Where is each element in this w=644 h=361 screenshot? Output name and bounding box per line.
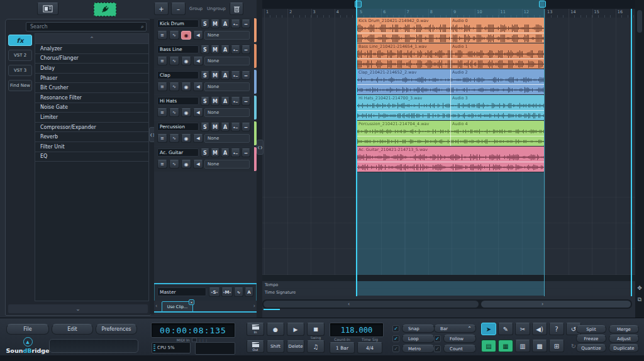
lanes-button[interactable]: •‒	[231, 19, 240, 28]
audio-clip[interactable]: Bass Line_210421-214654_1.wav Audio 1	[357, 43, 544, 69]
piano-roll-button[interactable]: ▤	[481, 340, 496, 352]
audio-clip[interactable]: Kick Drum_210421-214942_0.wav Audio 0	[357, 18, 544, 43]
panel-divider-right[interactable]	[257, 0, 262, 318]
collapse-button[interactable]: ‒	[242, 148, 250, 157]
track-header[interactable]: Kick Drum S M A •‒ ‒ ≡ ∿ ◉ ◀ None	[154, 18, 257, 43]
record-arm-button[interactable]: ◉	[181, 108, 191, 117]
monitor-icon[interactable]: ◀	[193, 160, 203, 169]
toggle-label[interactable]: Follow	[443, 335, 476, 343]
plugin-list-item[interactable]: Phaser	[35, 74, 148, 84]
mixer-button[interactable]: ▥	[515, 340, 530, 352]
arrangement-track-row[interactable]: Bass Line_210421-214654_1.wav Audio 1	[262, 43, 635, 69]
input-selector[interactable]: None	[204, 134, 250, 143]
record-arm-button[interactable]: ◉	[181, 82, 191, 91]
plugin-list-item[interactable]: Compressor/Expander	[35, 123, 148, 133]
browser-tab[interactable]: fx	[8, 35, 32, 46]
audition-tool[interactable]: ◀)	[532, 323, 547, 335]
quantize-button[interactable]: Quantize	[576, 344, 606, 352]
arrangement-track-row[interactable]: Kick Drum_210421-214942_0.wav Audio 0	[262, 18, 635, 43]
arrangement-track-row[interactable]: Hi Hats_210421-214700_3.wav Audio 3	[262, 95, 635, 120]
merge-button[interactable]: Merge	[609, 325, 639, 333]
duplicate-button[interactable]: Duplicate	[609, 344, 639, 352]
plugin-list-item[interactable]: Bit Crusher	[35, 83, 148, 93]
copy-view-icon[interactable]: ⧉	[636, 296, 643, 303]
lanes-button[interactable]: •‒	[231, 123, 240, 131]
solo-button[interactable]: S	[201, 45, 209, 54]
clip-tab-scroll-right[interactable]: ›	[253, 303, 255, 309]
horizontal-scrollbar[interactable]: ‹ ›	[262, 299, 632, 309]
loop-end-marker[interactable]	[539, 1, 546, 8]
master-mute-button[interactable]: -M-	[221, 287, 233, 297]
plugin-list-item[interactable]: Filter Unit	[35, 142, 148, 152]
tempo-display[interactable]: 118.000	[330, 323, 384, 337]
arrangement-track-row[interactable]: Clap_210421-214652_2.wav Audio 2	[262, 69, 635, 94]
mute-button[interactable]: M	[211, 97, 219, 106]
master-track-header[interactable]: Master -S- -M- ∿ A	[154, 283, 257, 301]
automation-button[interactable]: A	[221, 123, 230, 131]
input-selector[interactable]: None	[204, 82, 250, 91]
punch-out-button[interactable]: Out	[247, 340, 264, 353]
move-tool-icon[interactable]: ✥	[636, 284, 643, 292]
toggle-checkbox[interactable]: ✓	[434, 345, 441, 352]
track-header[interactable]: Bass Line S M A •‒ ‒ ≡ ∿ ◉ ◀ None	[154, 43, 257, 69]
record-button[interactable]: ●	[267, 323, 284, 336]
automation-button[interactable]: A	[221, 45, 230, 54]
lanes-button[interactable]: •‒	[231, 148, 240, 157]
collapse-button[interactable]: ‒	[242, 45, 250, 54]
mute-button[interactable]: M	[211, 45, 219, 54]
toggle-label[interactable]: Snap	[402, 325, 435, 333]
plugin-browser-button[interactable]	[94, 3, 116, 16]
track-header[interactable]: Ac. Guitar S M A •‒ ‒ ≡ ∿ ◉ ◀ None	[154, 147, 257, 172]
master-name-field[interactable]: Master	[157, 287, 206, 296]
mute-button[interactable]: M	[211, 19, 219, 28]
automation-curve-icon[interactable]: ∿	[169, 160, 179, 169]
mute-button[interactable]: M	[211, 71, 219, 80]
mute-button[interactable]: M	[211, 123, 219, 131]
track-header[interactable]: Hi Hats S M A •‒ ‒ ≡ ∿ ◉ ◀ None	[154, 95, 257, 120]
toggle-checkbox[interactable]: ✓	[392, 345, 399, 352]
add-track-button[interactable]: +	[154, 3, 169, 15]
group-button[interactable]: Group	[189, 6, 203, 11]
track-name-field[interactable]: Kick Drum	[157, 19, 199, 28]
list-scroll-down[interactable]: ⌄	[8, 304, 148, 313]
ungroup-button[interactable]: Ungroup	[207, 6, 226, 11]
midi-routing-icon[interactable]: ≡	[157, 108, 167, 117]
input-selector[interactable]: None	[204, 160, 250, 169]
automation-curve-icon[interactable]: ∿	[169, 108, 179, 117]
edit-menu-button[interactable]: Edit	[52, 324, 93, 335]
toggle-checkbox[interactable]: ✓	[392, 335, 399, 342]
track-name-field[interactable]: Clap	[157, 71, 199, 79]
clip-tab-scroll-left[interactable]: ‹	[155, 303, 157, 309]
track-header[interactable]: Clap S M A •‒ ‒ ≡ ∿ ◉ ◀ None	[154, 69, 257, 94]
automation-button[interactable]: A	[221, 19, 230, 28]
plugin-list-item[interactable]: Analyzer	[35, 44, 148, 54]
play-button[interactable]: ▶	[287, 323, 304, 336]
record-arm-button[interactable]: ◉	[181, 31, 191, 40]
collapse-button[interactable]: ‒	[242, 97, 250, 106]
automation-curve-icon[interactable]: ∿	[169, 82, 179, 91]
midi-routing-icon[interactable]: ≡	[157, 57, 167, 65]
plugin-list-item[interactable]: Limiter	[35, 113, 148, 123]
record-arm-button[interactable]: ◉	[181, 160, 191, 169]
delete-button[interactable]: Delete	[287, 340, 304, 353]
cursor-tool[interactable]: ➤	[481, 323, 496, 335]
bar-mode-dropdown[interactable]: Bar ⌃	[434, 325, 476, 333]
solo-button[interactable]: S	[201, 97, 209, 106]
lanes-button[interactable]: •‒	[231, 71, 240, 80]
keyboard-button[interactable]: ▩	[532, 340, 547, 352]
audio-clip[interactable]: Ac. Guitar_210421-214713_5.wav	[357, 147, 544, 172]
time-sig-value[interactable]: 4/4	[357, 342, 382, 353]
plugin-list-item[interactable]: Delay	[35, 64, 148, 74]
plugin-list-item[interactable]: Chorus/Flanger	[35, 54, 148, 64]
freeze-button[interactable]: Freeze	[576, 335, 606, 343]
time-display[interactable]: 00:00:08:135	[151, 323, 235, 338]
list-scroll-up[interactable]: ⌃	[35, 34, 148, 44]
remove-track-button[interactable]: –	[171, 3, 186, 15]
scissors-tool[interactable]: ✂	[515, 323, 530, 335]
swing-button[interactable]: ♫	[307, 340, 325, 353]
monitor-icon[interactable]: ◀	[193, 108, 203, 117]
input-selector[interactable]: None	[204, 57, 250, 65]
audio-clip[interactable]: Percussion_210421-214704_4.wav Audio 4	[357, 121, 544, 146]
pencil-tool[interactable]: ✎	[498, 323, 513, 335]
toggle-label[interactable]: Count	[443, 345, 476, 353]
